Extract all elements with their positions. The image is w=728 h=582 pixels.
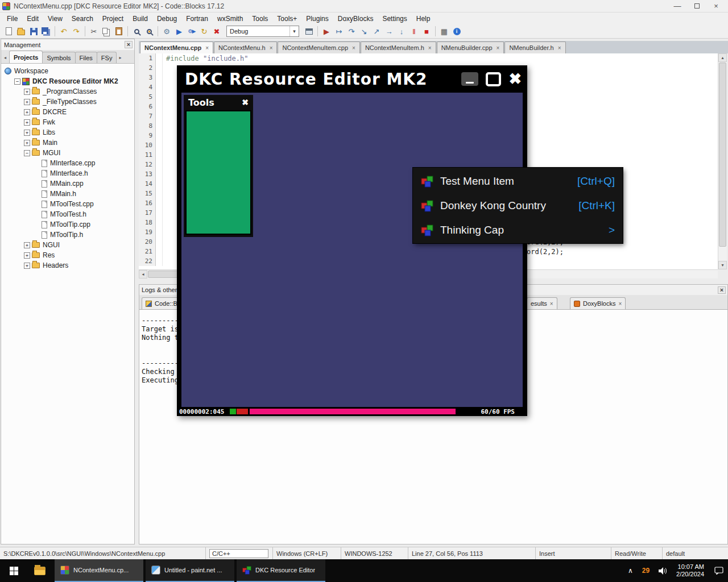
menu-fortran[interactable]: Fortran <box>181 13 213 24</box>
tab-close-icon[interactable]: × <box>550 301 553 307</box>
menu-plugins[interactable]: Plugins <box>301 13 333 24</box>
step-out-button[interactable]: ↗ <box>370 25 383 38</box>
taskbar-app-untitled-paint-net[interactable]: Untitled - paint.net ... <box>146 559 234 582</box>
expand-box-icon[interactable]: + <box>24 140 30 146</box>
context-menu-item-thinking-cap[interactable]: Thinking Cap> <box>413 218 623 242</box>
tree-item-programclasses[interactable]: +_ProgramClasses <box>1 86 134 97</box>
menu-project[interactable]: Project <box>98 13 128 24</box>
editor-tab-ncontextmenu-cpp[interactable]: NContextMenu.cpp× <box>140 41 213 53</box>
menu-file[interactable]: File <box>2 13 22 24</box>
menu-tools[interactable]: Tools <box>247 13 272 24</box>
tree-item-mgui[interactable]: −MGUI <box>1 148 134 158</box>
editor-vertical-scrollbar[interactable]: ▴ ▾ <box>718 53 727 269</box>
menu-debug[interactable]: Debug <box>152 13 181 24</box>
tab-projects[interactable]: Projects <box>9 51 43 63</box>
scroll-left-icon[interactable]: ◂ <box>139 270 147 278</box>
menu-wxsmith[interactable]: wxSmith <box>213 13 247 24</box>
tree-item-filetypeclasses[interactable]: +_FileTypeClasses <box>1 97 134 107</box>
taskbar-app-dkc-resource-editor[interactable]: DKC Resource Editor <box>237 559 325 582</box>
tab-close-icon[interactable]: × <box>270 45 273 51</box>
maximize-button[interactable] <box>687 1 706 12</box>
editor-tab-ncontextmenuitem-h[interactable]: NContextMenuItem.h× <box>361 41 436 53</box>
tree-item-minterface-cpp[interactable]: MInterface.cpp <box>1 158 134 168</box>
tab-close-icon[interactable]: × <box>618 301 622 307</box>
collapse-box-icon[interactable]: − <box>24 150 30 156</box>
tray-temperature[interactable]: 29 <box>638 559 654 582</box>
build-and-run-button[interactable]: ⚙▶ <box>185 25 198 38</box>
tree-item-headers[interactable]: +Headers <box>1 260 134 271</box>
break-debugger-button[interactable]: ‖ <box>408 25 420 38</box>
copy-button[interactable] <box>100 25 113 38</box>
tab-files[interactable]: Files <box>75 52 97 63</box>
save-file-button[interactable] <box>27 25 40 38</box>
expand-box-icon[interactable]: + <box>24 119 30 126</box>
start-button[interactable] <box>0 559 27 582</box>
scroll-down-icon[interactable]: ▾ <box>718 261 727 269</box>
tree-item-fwk[interactable]: +Fwk <box>1 117 134 127</box>
step-into-instruction-button[interactable]: ↓ <box>395 25 408 38</box>
tab-symbols[interactable]: Symbols <box>42 52 75 63</box>
tabs-scroll-right-icon[interactable]: ▸ <box>116 52 124 63</box>
expand-box-icon[interactable]: + <box>24 89 30 95</box>
tools-close-icon[interactable]: ✖ <box>242 98 249 107</box>
menu-view[interactable]: View <box>43 13 67 24</box>
open-file-button[interactable] <box>15 25 27 38</box>
tab-close-icon[interactable]: × <box>497 45 500 51</box>
scroll-up-icon[interactable]: ▴ <box>718 53 727 62</box>
log-tab-doxyblocks[interactable]: DoxyBlocks× <box>570 297 626 309</box>
menu-build[interactable]: Build <box>128 13 152 24</box>
abort-build-button[interactable]: ✖ <box>210 25 223 38</box>
expand-box-icon[interactable]: + <box>24 109 30 115</box>
menu-doxyblocks[interactable]: DoxyBlocks <box>333 13 378 24</box>
build-button[interactable]: ⚙ <box>160 25 173 38</box>
build-target-select[interactable]: Debug ▾ <box>226 26 299 37</box>
tree-item-mtooltest-h[interactable]: MToolTest.h <box>1 209 134 219</box>
minimize-button[interactable]: — <box>668 1 687 12</box>
menu-search[interactable]: Search <box>67 13 98 24</box>
tree-item-mtooltest-cpp[interactable]: MToolTest.cpp <box>1 199 134 209</box>
expand-box-icon[interactable]: + <box>24 252 30 259</box>
file-explorer-button[interactable] <box>27 559 52 582</box>
management-close-icon[interactable]: × <box>125 41 133 48</box>
tree-item-libs[interactable]: +Libs <box>1 127 134 138</box>
tools-palette-titlebar[interactable]: Tools ✖ <box>184 95 253 110</box>
menu-settings[interactable]: Settings <box>378 13 411 24</box>
cut-button[interactable]: ✂ <box>88 25 100 38</box>
replace-button[interactable] <box>143 25 155 38</box>
tabs-scroll-left-icon[interactable]: ◂ <box>1 52 9 63</box>
context-menu-item-donkey-kong-country[interactable]: Donkey Kong Country[Ctrl+K] <box>413 193 623 218</box>
context-menu-item-test-menu-item[interactable]: Test Menu Item[Ctrl+Q] <box>413 169 623 193</box>
next-instruction-button[interactable]: → <box>383 25 395 38</box>
various-info-button[interactable]: i <box>450 25 463 38</box>
tree-item-mmain-h[interactable]: MMain.h <box>1 189 134 199</box>
logs-close-icon[interactable]: × <box>718 286 726 294</box>
tree-item-dkc-resource-editor-mk2[interactable]: −DKC Resource Editor MK2 <box>1 76 134 86</box>
menu-edit[interactable]: Edit <box>22 13 43 24</box>
next-line-button[interactable]: ↷ <box>345 25 358 38</box>
tree-item-minterface-h[interactable]: MInterface.h <box>1 168 134 178</box>
undo-button[interactable]: ↶ <box>57 25 70 38</box>
action-center-icon[interactable] <box>710 559 728 582</box>
step-into-button[interactable]: ↘ <box>358 25 370 38</box>
debug-window-button[interactable] <box>303 25 315 38</box>
tree-item-main[interactable]: +Main <box>1 138 134 148</box>
close-button[interactable]: × <box>706 1 726 12</box>
tree-item-dkcre[interactable]: +DKCRE <box>1 107 134 117</box>
menu-help[interactable]: Help <box>412 13 435 24</box>
log-tab-esults[interactable]: esults× <box>527 297 557 309</box>
run-button[interactable]: ▶ <box>173 25 185 38</box>
debug-continue-button[interactable]: ▶ <box>320 25 333 38</box>
tab-close-icon[interactable]: × <box>205 45 209 51</box>
tray-chevron-up-icon[interactable]: ∧ <box>623 559 638 582</box>
dkc-minimize-button[interactable] <box>461 72 478 86</box>
tree-item-res[interactable]: +Res <box>1 250 134 260</box>
menu-tools[interactable]: Tools+ <box>272 13 301 24</box>
tool-swatch[interactable] <box>185 110 251 235</box>
dkc-canvas[interactable]: Tools ✖ <box>181 93 523 407</box>
stop-debugger-button[interactable]: ■ <box>420 25 433 38</box>
tab-close-icon[interactable]: × <box>558 45 561 51</box>
tab-fsy[interactable]: FSy <box>97 52 117 63</box>
expand-box-icon[interactable]: + <box>24 242 30 248</box>
dkc-titlebar[interactable]: DKC Resource Editor MK2 ✖ <box>177 65 527 93</box>
dkc-close-button[interactable]: ✖ <box>508 72 522 86</box>
